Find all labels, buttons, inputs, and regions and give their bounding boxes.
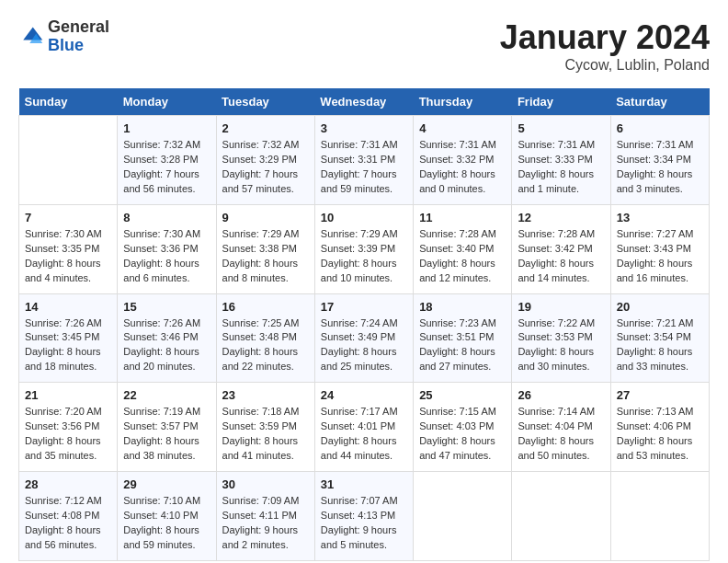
day-number: 16 xyxy=(222,300,309,314)
calendar-cell: 28Sunrise: 7:12 AMSunset: 4:08 PMDayligh… xyxy=(19,472,118,561)
calendar-cell: 13Sunrise: 7:27 AMSunset: 3:43 PMDayligh… xyxy=(610,204,709,293)
calendar-cell: 14Sunrise: 7:26 AMSunset: 3:45 PMDayligh… xyxy=(19,293,118,383)
day-detail: Sunrise: 7:26 AMSunset: 3:46 PMDaylight:… xyxy=(123,316,210,375)
day-detail: Sunrise: 7:09 AMSunset: 4:11 PMDaylight:… xyxy=(222,494,309,553)
calendar-cell: 3Sunrise: 7:31 AMSunset: 3:31 PMDaylight… xyxy=(314,116,413,205)
day-detail: Sunrise: 7:10 AMSunset: 4:10 PMDaylight:… xyxy=(123,494,210,553)
calendar-cell: 6Sunrise: 7:31 AMSunset: 3:34 PMDaylight… xyxy=(610,116,709,205)
day-number: 22 xyxy=(123,388,210,402)
day-number: 3 xyxy=(321,121,407,135)
logo-text: General Blue xyxy=(48,18,109,55)
day-number: 26 xyxy=(518,388,604,402)
day-detail: Sunrise: 7:27 AMSunset: 3:43 PMDaylight:… xyxy=(617,227,703,286)
calendar-cell: 7Sunrise: 7:30 AMSunset: 3:35 PMDaylight… xyxy=(19,204,118,293)
calendar-cell: 9Sunrise: 7:29 AMSunset: 3:38 PMDaylight… xyxy=(216,204,314,293)
day-detail: Sunrise: 7:19 AMSunset: 3:57 PMDaylight:… xyxy=(123,405,210,464)
calendar-cell: 4Sunrise: 7:31 AMSunset: 3:32 PMDaylight… xyxy=(414,116,512,205)
day-number: 11 xyxy=(419,211,506,224)
day-detail: Sunrise: 7:14 AMSunset: 4:04 PMDaylight:… xyxy=(518,405,604,464)
calendar-cell: 21Sunrise: 7:20 AMSunset: 3:56 PMDayligh… xyxy=(19,383,118,472)
week-row-2: 14Sunrise: 7:26 AMSunset: 3:45 PMDayligh… xyxy=(19,293,710,383)
day-number: 9 xyxy=(222,211,309,224)
day-detail: Sunrise: 7:26 AMSunset: 3:45 PMDaylight:… xyxy=(25,316,111,375)
svg-marker-0 xyxy=(23,27,42,40)
day-detail: Sunrise: 7:18 AMSunset: 3:59 PMDaylight:… xyxy=(222,405,309,464)
day-number: 17 xyxy=(321,300,407,314)
day-number: 5 xyxy=(518,121,604,135)
day-number: 2 xyxy=(222,121,309,135)
calendar-cell: 22Sunrise: 7:19 AMSunset: 3:57 PMDayligh… xyxy=(118,383,216,472)
day-number: 25 xyxy=(419,388,506,402)
header-day-wednesday: Wednesday xyxy=(314,88,413,116)
calendar-cell: 16Sunrise: 7:25 AMSunset: 3:48 PMDayligh… xyxy=(216,293,314,383)
day-detail: Sunrise: 7:31 AMSunset: 3:32 PMDaylight:… xyxy=(419,138,506,197)
day-number: 23 xyxy=(222,388,309,402)
calendar-cell: 15Sunrise: 7:26 AMSunset: 3:46 PMDayligh… xyxy=(118,293,216,383)
day-number: 31 xyxy=(321,477,407,491)
day-detail: Sunrise: 7:07 AMSunset: 4:13 PMDaylight:… xyxy=(321,494,407,553)
header-day-sunday: Sunday xyxy=(19,88,118,116)
calendar-cell xyxy=(19,116,118,205)
page-header: General Blue January 2024 Cycow, Lublin,… xyxy=(18,18,710,74)
header-row: SundayMondayTuesdayWednesdayThursdayFrid… xyxy=(19,88,710,116)
day-detail: Sunrise: 7:13 AMSunset: 4:06 PMDaylight:… xyxy=(617,405,703,464)
header-day-saturday: Saturday xyxy=(610,88,709,116)
day-number: 4 xyxy=(419,121,506,135)
day-detail: Sunrise: 7:25 AMSunset: 3:48 PMDaylight:… xyxy=(222,316,309,375)
logo-blue: Blue xyxy=(48,36,84,54)
calendar-header: SundayMondayTuesdayWednesdayThursdayFrid… xyxy=(19,88,710,116)
calendar-cell: 20Sunrise: 7:21 AMSunset: 3:54 PMDayligh… xyxy=(610,293,709,383)
calendar-cell: 24Sunrise: 7:17 AMSunset: 4:01 PMDayligh… xyxy=(314,383,413,472)
day-number: 7 xyxy=(25,211,111,224)
logo: General Blue xyxy=(18,18,109,55)
calendar-cell xyxy=(512,472,610,561)
day-number: 20 xyxy=(617,300,703,314)
header-day-friday: Friday xyxy=(512,88,610,116)
day-number: 24 xyxy=(321,388,407,402)
calendar-cell: 2Sunrise: 7:32 AMSunset: 3:29 PMDaylight… xyxy=(216,116,314,205)
day-detail: Sunrise: 7:15 AMSunset: 4:03 PMDaylight:… xyxy=(419,405,506,464)
calendar-body: 1Sunrise: 7:32 AMSunset: 3:28 PMDaylight… xyxy=(19,116,710,561)
calendar-cell: 8Sunrise: 7:30 AMSunset: 3:36 PMDaylight… xyxy=(118,204,216,293)
calendar-cell: 18Sunrise: 7:23 AMSunset: 3:51 PMDayligh… xyxy=(414,293,512,383)
calendar-cell xyxy=(610,472,709,561)
calendar-cell: 27Sunrise: 7:13 AMSunset: 4:06 PMDayligh… xyxy=(610,383,709,472)
day-number: 19 xyxy=(518,300,604,314)
day-detail: Sunrise: 7:21 AMSunset: 3:54 PMDaylight:… xyxy=(617,316,703,375)
logo-icon xyxy=(18,24,44,50)
day-number: 18 xyxy=(419,300,506,314)
day-number: 27 xyxy=(617,388,703,402)
calendar-cell: 29Sunrise: 7:10 AMSunset: 4:10 PMDayligh… xyxy=(118,472,216,561)
day-detail: Sunrise: 7:17 AMSunset: 4:01 PMDaylight:… xyxy=(321,405,407,464)
day-number: 30 xyxy=(222,477,309,491)
day-detail: Sunrise: 7:28 AMSunset: 3:42 PMDaylight:… xyxy=(518,227,604,286)
calendar-cell: 26Sunrise: 7:14 AMSunset: 4:04 PMDayligh… xyxy=(512,383,610,472)
day-number: 14 xyxy=(25,300,111,314)
day-number: 29 xyxy=(123,477,210,491)
calendar-cell: 30Sunrise: 7:09 AMSunset: 4:11 PMDayligh… xyxy=(216,472,314,561)
calendar-cell: 12Sunrise: 7:28 AMSunset: 3:42 PMDayligh… xyxy=(512,204,610,293)
day-number: 8 xyxy=(123,211,210,224)
day-number: 15 xyxy=(123,300,210,314)
week-row-3: 21Sunrise: 7:20 AMSunset: 3:56 PMDayligh… xyxy=(19,383,710,472)
calendar-cell: 1Sunrise: 7:32 AMSunset: 3:28 PMDaylight… xyxy=(118,116,216,205)
day-detail: Sunrise: 7:31 AMSunset: 3:34 PMDaylight:… xyxy=(617,138,703,197)
day-detail: Sunrise: 7:31 AMSunset: 3:33 PMDaylight:… xyxy=(518,138,604,197)
day-number: 28 xyxy=(25,477,111,491)
header-day-thursday: Thursday xyxy=(414,88,512,116)
day-number: 21 xyxy=(25,388,111,402)
header-day-tuesday: Tuesday xyxy=(216,88,314,116)
day-detail: Sunrise: 7:23 AMSunset: 3:51 PMDaylight:… xyxy=(419,316,506,375)
calendar-cell: 23Sunrise: 7:18 AMSunset: 3:59 PMDayligh… xyxy=(216,383,314,472)
day-detail: Sunrise: 7:20 AMSunset: 3:56 PMDaylight:… xyxy=(25,405,111,464)
calendar-cell: 5Sunrise: 7:31 AMSunset: 3:33 PMDaylight… xyxy=(512,116,610,205)
day-detail: Sunrise: 7:32 AMSunset: 3:29 PMDaylight:… xyxy=(222,138,309,197)
week-row-1: 7Sunrise: 7:30 AMSunset: 3:35 PMDaylight… xyxy=(19,204,710,293)
day-detail: Sunrise: 7:32 AMSunset: 3:28 PMDaylight:… xyxy=(123,138,210,197)
day-number: 6 xyxy=(617,121,703,135)
logo-general: General xyxy=(48,17,109,36)
calendar-cell: 10Sunrise: 7:29 AMSunset: 3:39 PMDayligh… xyxy=(314,204,413,293)
day-detail: Sunrise: 7:31 AMSunset: 3:31 PMDaylight:… xyxy=(321,138,407,197)
day-number: 10 xyxy=(321,211,407,224)
calendar-cell: 31Sunrise: 7:07 AMSunset: 4:13 PMDayligh… xyxy=(314,472,413,561)
